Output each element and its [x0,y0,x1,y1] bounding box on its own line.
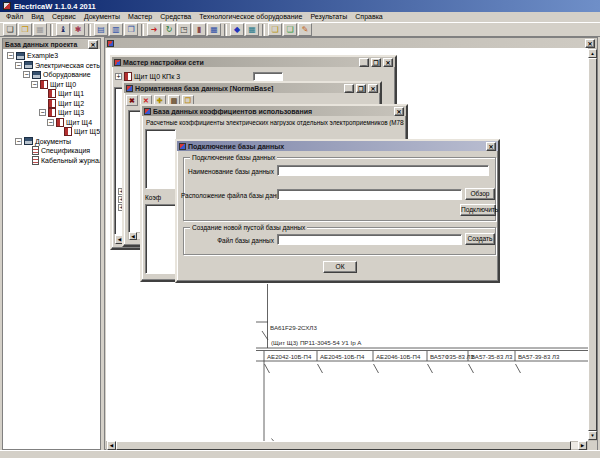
collapse-toggle-icon[interactable]: − [7,52,14,59]
tree-item-example3[interactable]: −Example3 [3,51,100,61]
cascade-windows-icon: ❐ [127,26,134,34]
menu-view[interactable]: Вид [27,12,48,22]
project-database-panel: База данных проекта ✕ −Example3 −Электри… [2,38,101,450]
delete-all-button[interactable]: ✖ [126,95,138,106]
maximize-icon[interactable]: ❒ [356,84,366,93]
collapse-toggle-icon[interactable]: − [23,71,30,78]
tree-item-specification[interactable]: Спецификация [3,146,100,156]
wizard-tree-row[interactable]: + Щит Щ0 КПк 3 [115,72,180,81]
vertical-scrollbar[interactable]: ▲ ▼ [588,48,597,441]
horizontal-scrollbar[interactable]: ◀ ▶ [106,441,588,450]
collapse-toggle-icon[interactable]: − [39,109,46,116]
network-button[interactable]: ✱ [71,23,85,36]
db-location-label: Расположение файла базы данных [181,192,274,199]
export-button[interactable]: ➜ [147,23,161,36]
tree-item-shield-sch5[interactable]: Щит Щ5 [3,127,100,137]
close-icon[interactable]: ✕ [585,39,595,48]
draw-button[interactable]: ✎ [298,23,312,36]
collapse-toggle-icon[interactable]: − [15,62,22,69]
split-horizontal-button[interactable]: ▤ [94,23,108,36]
new-document-button[interactable]: ❏ [3,23,17,36]
tree-item-cable-journal[interactable]: Кабельный журнал [3,156,100,166]
menu-tech-equipment[interactable]: Технологическое оборудование [195,12,306,22]
toolbar-separator [224,24,227,36]
scroll-left-icon[interactable]: ◀ [129,232,137,240]
table-button[interactable]: ▦ [245,23,259,36]
component-button[interactable]: ▮ [192,23,206,36]
equipment-button[interactable]: ♝ [56,23,70,36]
scroll-left-icon[interactable]: ◀ [107,441,116,450]
tree-item-shield-sch2[interactable]: Щит Щ2 [3,99,100,109]
open-folder-icon: ❒ [21,26,28,34]
close-icon[interactable]: ✕ [88,40,98,49]
tree-item-documents[interactable]: −Документы [3,137,100,147]
delete-all-icon: ✖ [129,97,135,105]
horizontal-scroll-thumb[interactable] [116,441,571,450]
new-document-icon: ❏ [6,26,13,34]
tree-item-label: Оборудование [43,71,91,78]
db-file-input[interactable] [277,234,462,245]
close-icon[interactable]: ✕ [394,107,404,116]
split-vertical-button[interactable]: ▥ [109,23,123,36]
minimize-icon[interactable]: _ [344,84,354,93]
tree-item-shield-sch3[interactable]: −Щит Щ3 [3,108,100,118]
tree-item-shield-sch4[interactable]: −Щит Щ4 [3,118,100,128]
menu-help[interactable]: Справка [351,12,386,22]
split-horizontal-icon: ▤ [97,26,105,34]
app-icon [3,2,11,10]
import-page-button[interactable]: ❏ [283,23,297,36]
database-button[interactable]: ◆ [230,23,244,36]
project-tree: −Example3 −Электрическая сеть −Оборудова… [3,49,100,449]
db-location-input[interactable] [277,189,462,200]
tree-item-label: Щит Щ4 [66,119,92,126]
wizard-title: Мастер настройки сети [123,59,357,66]
close-icon[interactable]: ✕ [383,58,393,67]
coefficients-db-grid[interactable] [145,204,176,274]
window-restore-button[interactable]: ◳ [177,23,191,36]
collapse-toggle-icon[interactable]: − [47,119,54,126]
cascade-windows-button[interactable]: ❐ [124,23,138,36]
vertical-scroll-thumb[interactable] [588,58,597,431]
coefficients-db-title: База данных коэффициентов использования [153,108,392,115]
menu-results[interactable]: Результаты [306,12,351,22]
menu-file[interactable]: Файл [2,12,27,22]
minimize-icon[interactable]: _ [359,58,369,67]
coefficients-db-titlebar: База данных коэффициентов использования … [142,106,406,116]
tree-item-label: Электрическая сеть [35,62,100,69]
recalculate-button[interactable]: ↻ [162,23,176,36]
document-icon [32,146,39,155]
scroll-down-icon[interactable]: ▼ [588,431,597,440]
toolbar-separator [262,24,265,36]
wizard-field[interactable] [253,72,283,81]
tree-item-shield-sch0[interactable]: −Щит Щ0 [3,80,100,90]
open-project-button[interactable]: ❒ [18,23,32,36]
expand-toggle-icon[interactable]: + [115,73,122,80]
incoming-breaker-label: ВА61F29-2СХЛ3 [270,324,317,331]
document-icon [32,156,39,165]
pencil-icon: ✎ [302,26,309,34]
ok-button[interactable]: ОК [323,261,357,273]
connect-button[interactable]: Подключить [460,204,496,216]
collapse-toggle-icon[interactable]: − [15,138,22,145]
menu-service[interactable]: Сервис [48,12,80,22]
close-icon[interactable]: ✕ [486,142,496,151]
normative-db-icon [126,85,133,92]
tree-item-shield-sch1[interactable]: Щит Щ1 [3,89,100,99]
collapse-toggle-icon[interactable]: − [31,81,38,88]
scroll-up-icon[interactable]: ▲ [588,49,597,58]
tree-item-equipment[interactable]: −Оборудование [3,70,100,80]
db-name-input[interactable] [277,165,489,176]
coefficients-db-list[interactable] [145,129,176,189]
menu-tools[interactable]: Средства [156,12,195,22]
close-icon[interactable]: ✕ [368,84,378,93]
maximize-icon[interactable]: ❒ [371,58,381,67]
menu-documents[interactable]: Документы [80,12,124,22]
create-button[interactable]: Создать [465,233,495,245]
tree-item-electric-network[interactable]: −Электрическая сеть [3,61,100,71]
scroll-right-icon[interactable]: ▶ [578,441,587,450]
add-page-button[interactable]: ❏ [268,23,282,36]
save-button[interactable]: ▦ [33,23,47,36]
menu-master[interactable]: Мастер [124,12,156,22]
edit-grid-button[interactable]: ▦ [207,23,221,36]
browse-button[interactable]: Обзор [465,188,495,200]
